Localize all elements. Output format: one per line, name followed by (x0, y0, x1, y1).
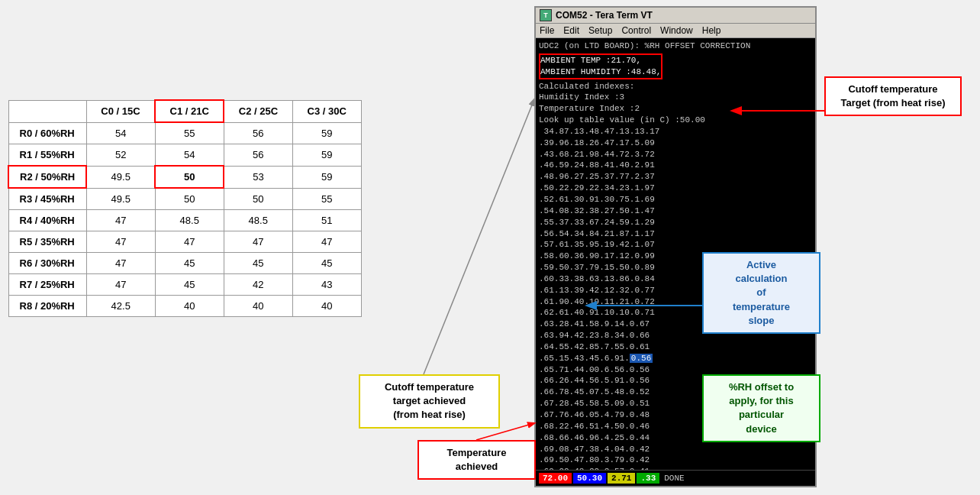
cell-r6c0: 47 (86, 253, 155, 274)
annotation-rh-offset: %RH offset toapply, for thisparticularde… (702, 374, 820, 442)
cell-r1c0: 52 (86, 144, 155, 167)
terminal-line: .56.54.34.84.21.87.1.17 (539, 228, 812, 240)
cell-r8c1: 40 (155, 296, 224, 317)
menu-setup[interactable]: Setup (588, 25, 612, 36)
cell-r3c1: 50 (155, 188, 224, 210)
terminal-line: .50.22.29.22.34.23.1.97 (539, 183, 812, 194)
terminal-line: .65.15.43.45.6.91.0.56 (539, 353, 812, 364)
bottom-slope-val: 2.71 (608, 473, 635, 484)
cell-r5c0: 47 (86, 231, 155, 253)
cell-r7c0: 47 (86, 274, 155, 296)
terminal-line: .69.90.48.20.3.57.0.41 (539, 466, 812, 470)
annotation-temperature-achieved: Temperatureachieved (417, 440, 536, 480)
table-row: R1 / 55%RH 52 54 56 59 (8, 144, 361, 167)
row-label-r8: R8 / 20%RH (8, 296, 86, 317)
bottom-temp-val: 72.00 (539, 473, 572, 484)
col-header-c2: C2 / 25C (224, 100, 292, 122)
terminal-menubar[interactable]: File Edit Setup Control Window Help (536, 24, 815, 38)
cell-r7c2: 42 (224, 274, 292, 296)
terminal-line: .64.55.42.85.7.55.0.61 (539, 341, 812, 353)
table-row: R6 / 30%RH 47 45 45 45 (8, 253, 361, 274)
terminal-bottom-bar: 72.00 50.30 2.71 .33 DONE (536, 470, 815, 486)
terminal-icon: T (540, 9, 552, 21)
menu-file[interactable]: File (540, 25, 554, 36)
cell-r5c3: 47 (292, 231, 361, 253)
cell-r1c3: 59 (292, 144, 361, 167)
temperature-achieved-text: Temperatureachieved (447, 447, 507, 472)
cell-r4c2: 48.5 (224, 210, 292, 231)
table-row: R2 / 50%RH 49.5 50 53 59 (8, 166, 361, 188)
terminal-line-header: UDC2 (on LTD BOARD): %RH OFFSET CORRECTI… (539, 40, 812, 52)
terminal-line: .55.37.33.67.24.59.1.29 (539, 217, 812, 228)
cell-r5c1: 47 (155, 231, 224, 253)
cell-r6c2: 45 (224, 253, 292, 274)
bottom-offset-val: .33 (637, 473, 659, 484)
terminal-line: .69.08.47.38.4.04.0.42 (539, 444, 812, 455)
row-label-r6: R6 / 30%RH (8, 253, 86, 274)
cell-r3c0: 49.5 (86, 188, 155, 210)
cell-r0c2: 56 (224, 122, 292, 144)
cell-r0c0: 54 (86, 122, 155, 144)
rh-offset-text: %RH offset toapply, for thisparticularde… (729, 381, 794, 435)
menu-help[interactable]: Help (702, 25, 721, 36)
cell-r7c1: 45 (155, 274, 224, 296)
menu-control[interactable]: Control (621, 25, 651, 36)
bottom-target-val: 50.30 (573, 473, 606, 484)
row-label-r7: R7 / 25%RH (8, 274, 86, 296)
terminal-line: .43.68.21.98.44.72.3.72 (539, 149, 812, 160)
cell-r2c0: 49.5 (86, 166, 155, 188)
annotation-cutoff-target: Cutoff temperature Target (from heat ris… (824, 76, 962, 116)
active-calc-text: Activecalculationoftemperatureslope (733, 259, 790, 326)
cell-r7c3: 43 (292, 274, 361, 296)
cell-r3c3: 55 (292, 188, 361, 210)
svg-line-1 (424, 99, 534, 374)
terminal-line: Temperature Index :2 (539, 103, 812, 115)
terminal-line: .46.59.24.88.41.40.2.91 (539, 160, 812, 171)
cell-r2c2: 53 (224, 166, 292, 188)
cell-r6c1: 45 (155, 253, 224, 274)
cell-r1c1: 54 (155, 144, 224, 167)
cell-r6c3: 45 (292, 253, 361, 274)
annotation-cutoff-achieved: Cutoff temperaturetarget achieved(from h… (359, 374, 500, 429)
terminal-line: .39.96.18.26.47.17.5.09 (539, 138, 812, 149)
annotation-active-calc: Activecalculationoftemperatureslope (702, 252, 820, 334)
terminal-line: Calculated indexes: (539, 81, 812, 92)
terminal-line: .69.50.47.80.3.79.0.42 (539, 455, 812, 466)
row-label-r2: R2 / 50%RH (8, 166, 86, 188)
table-row: R0 / 60%RH 54 55 56 59 (8, 122, 361, 144)
row-label-r4: R4 / 40%RH (8, 210, 86, 231)
table-corner (8, 100, 86, 122)
row-label-r5: R5 / 35%RH (8, 231, 86, 253)
cell-r2c1: 50 (155, 166, 224, 188)
terminal-line: 34.87.13.48.47.13.13.17 (539, 126, 812, 138)
terminal-line: .54.08.32.38.27.50.1.47 (539, 205, 812, 217)
terminal-line: .52.61.30.91.30.75.1.69 (539, 194, 812, 205)
row-label-r1: R1 / 55%RH (8, 144, 86, 167)
terminal-line: .57.61.35.95.19.42.1.07 (539, 239, 812, 251)
cell-r1c2: 56 (224, 144, 292, 167)
cell-r8c0: 42.5 (86, 296, 155, 317)
menu-edit[interactable]: Edit (563, 25, 579, 36)
cell-r4c0: 47 (86, 210, 155, 231)
terminal-title: COM52 - Tera Term VT (556, 10, 653, 21)
cell-r3c2: 50 (224, 188, 292, 210)
table-row: R5 / 35%RH 47 47 47 47 (8, 231, 361, 253)
cell-r8c3: 40 (292, 296, 361, 317)
col-header-c1: C1 / 21C (155, 100, 224, 122)
cell-r0c3: 59 (292, 122, 361, 144)
menu-window[interactable]: Window (660, 25, 693, 36)
cell-r4c1: 48.5 (155, 210, 224, 231)
col-header-c0: C0 / 15C (86, 100, 155, 122)
cell-r5c2: 47 (224, 231, 292, 253)
cell-r0c1: 55 (155, 122, 224, 144)
row-label-r3: R3 / 45%RH (8, 188, 86, 210)
terminal-line: Humidity Index :3 (539, 92, 812, 103)
row-label-r0: R0 / 60%RH (8, 122, 86, 144)
table-row: R3 / 45%RH 49.5 50 50 55 (8, 188, 361, 210)
terminal-line: .48.96.27.25.37.77.2.37 (539, 171, 812, 183)
terminal-ambient-humidity: AMBIENT HUMIDITY :48.48, (540, 66, 661, 78)
table-row: R8 / 20%RH 42.5 40 40 40 (8, 296, 361, 317)
data-table: C0 / 15C C1 / 21C C2 / 25C C3 / 30C R0 /… (8, 99, 362, 317)
table-row: R7 / 25%RH 47 45 42 43 (8, 274, 361, 296)
cell-r4c3: 51 (292, 210, 361, 231)
